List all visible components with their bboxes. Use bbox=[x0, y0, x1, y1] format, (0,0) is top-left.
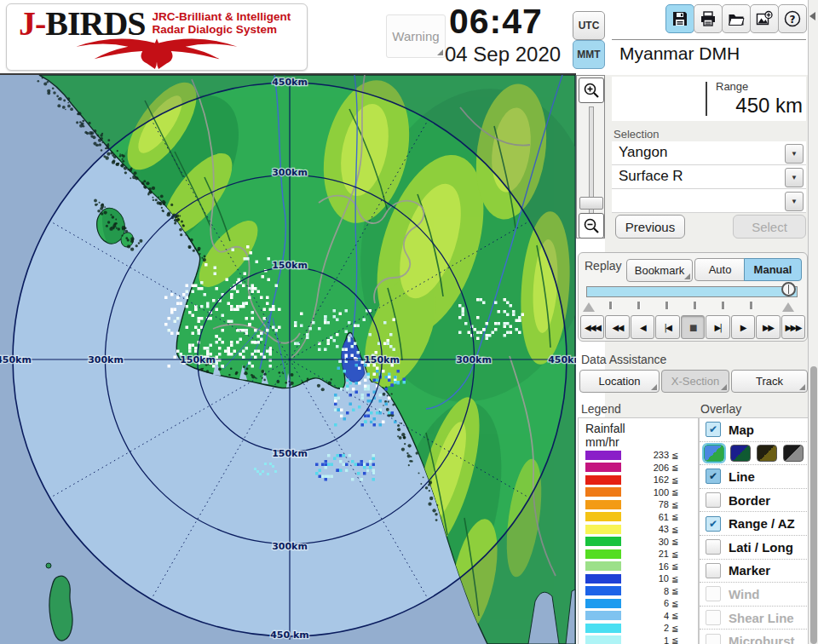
map-style-swatch-2[interactable] bbox=[730, 445, 751, 462]
overlay-item-wind[interactable]: Wind bbox=[700, 583, 809, 607]
replay-slider-handle[interactable] bbox=[781, 282, 796, 296]
radar-map[interactable]: 450km300km150km150km300km450 km450km300k… bbox=[0, 73, 576, 644]
select-button[interactable]: Select bbox=[733, 215, 806, 239]
extra-select[interactable]: ▼ bbox=[612, 189, 806, 213]
overlay-item-marker[interactable]: Marker bbox=[700, 560, 809, 584]
utc-button[interactable]: UTC bbox=[573, 11, 605, 40]
svg-text:450 km: 450 km bbox=[270, 630, 309, 641]
map-style-swatch-1[interactable] bbox=[704, 445, 724, 462]
folder-open-icon bbox=[728, 10, 745, 27]
range-az-checkbox[interactable]: ✔ bbox=[706, 516, 721, 532]
auto-button[interactable]: Auto bbox=[694, 258, 746, 281]
microburst-checkbox bbox=[706, 634, 721, 644]
legend-row: 10≦ bbox=[579, 572, 698, 585]
legend-swatch bbox=[585, 561, 621, 571]
save-button[interactable] bbox=[665, 4, 694, 33]
svg-text:300km: 300km bbox=[456, 354, 492, 365]
extra-select-arrow[interactable]: ▼ bbox=[785, 192, 804, 211]
legend-value: 16 bbox=[637, 561, 669, 572]
xsection-button[interactable]: X-Section bbox=[661, 370, 729, 393]
overlay-item-microburst[interactable]: Microburst bbox=[700, 630, 809, 644]
overlay-item-lati-long[interactable]: Lati / Long bbox=[700, 536, 809, 560]
map-style-swatch-3[interactable] bbox=[757, 445, 777, 462]
open-folder-button[interactable] bbox=[722, 4, 751, 33]
zoom-out-icon bbox=[583, 217, 600, 234]
scrollbar-thumb[interactable] bbox=[810, 366, 817, 644]
skip-to-end-button[interactable]: ▶| bbox=[706, 315, 729, 339]
replay-slider-track[interactable] bbox=[586, 286, 798, 297]
site-select-arrow[interactable]: ▼ bbox=[785, 144, 804, 164]
jbirds-logo: J-BIRDS JRC-Brilliant & Intelligent Rada… bbox=[6, 3, 308, 71]
overlay-label: Lati / Long bbox=[729, 540, 793, 555]
map-checkbox[interactable]: ✔ bbox=[706, 422, 721, 437]
fast-rewind-button[interactable]: ◀◀◀ bbox=[580, 315, 604, 339]
capture-image-button[interactable] bbox=[750, 4, 779, 33]
zoom-out-button[interactable] bbox=[579, 213, 604, 239]
legend-row: 78≦ bbox=[579, 498, 698, 511]
overlay-item-shear-line[interactable]: Shear Line bbox=[700, 607, 809, 630]
range-value: 450 km bbox=[735, 94, 803, 118]
selection-label: Selection bbox=[614, 128, 659, 141]
legend-value: 43 bbox=[637, 524, 669, 534]
warning-button[interactable]: Warning bbox=[386, 14, 446, 58]
legend-row: 206≦ bbox=[579, 462, 698, 474]
zoom-in-button[interactable] bbox=[579, 78, 604, 103]
legend-swatch bbox=[585, 635, 621, 644]
range-label: Range bbox=[716, 80, 748, 93]
step-back-button[interactable]: ◀ bbox=[631, 315, 654, 339]
track-button[interactable]: Track bbox=[731, 370, 808, 393]
manual-button[interactable]: Manual bbox=[744, 258, 802, 281]
play-button[interactable]: ▶ bbox=[731, 315, 755, 339]
legend-value: 30 bbox=[637, 537, 669, 547]
product-select-arrow[interactable]: ▼ bbox=[785, 168, 804, 187]
map-style-swatch-4[interactable] bbox=[783, 445, 804, 462]
location-button[interactable]: Location bbox=[579, 370, 660, 393]
slider-end-marker[interactable] bbox=[782, 302, 794, 312]
legend-suffix: ≦ bbox=[671, 537, 678, 546]
product-select[interactable]: Surface R ▼ bbox=[612, 165, 806, 189]
overlay-item-map[interactable]: ✔ Map bbox=[700, 418, 809, 442]
mmt-button[interactable]: MMT bbox=[573, 40, 605, 69]
lati-long-checkbox[interactable] bbox=[706, 539, 721, 555]
fast-forward-button[interactable]: ▶▶▶ bbox=[781, 315, 805, 339]
bookmark-button[interactable]: Bookmark bbox=[626, 259, 693, 282]
legend-value: 8 bbox=[637, 586, 669, 596]
overlay-label-map: Map bbox=[729, 423, 754, 437]
eagle-logo-icon bbox=[12, 35, 302, 71]
overlay-label: Wind bbox=[729, 587, 760, 601]
overlay-item-range-az[interactable]: ✔Range / AZ bbox=[700, 512, 809, 536]
site-select-value: Yangon bbox=[619, 144, 667, 161]
svg-text:300km: 300km bbox=[272, 167, 308, 178]
overlay-label: Microburst bbox=[729, 634, 795, 644]
overlay-item-border[interactable]: Border bbox=[700, 489, 809, 513]
site-select[interactable]: Yangon ▼ bbox=[612, 141, 806, 165]
legend-swatch bbox=[585, 586, 621, 595]
overlay-item-line[interactable]: ✔Line bbox=[700, 465, 809, 489]
panel-collapse-gutter[interactable] bbox=[808, 0, 818, 644]
collapse-arrow-icon[interactable] bbox=[809, 12, 815, 20]
map-zoom-control bbox=[576, 75, 605, 239]
legend-row: 162≦ bbox=[579, 474, 698, 486]
legend-value: 100 bbox=[637, 487, 669, 497]
legend-swatch bbox=[585, 525, 621, 534]
legend-swatch bbox=[585, 624, 621, 633]
wind-checkbox bbox=[706, 586, 721, 601]
stop-button[interactable]: ■ bbox=[681, 315, 705, 339]
print-button[interactable] bbox=[694, 4, 723, 33]
rewind-button[interactable]: ◀◀ bbox=[605, 315, 629, 339]
legend-value: 21 bbox=[637, 549, 669, 559]
border-checkbox[interactable] bbox=[706, 492, 721, 508]
map-style-swatches bbox=[700, 442, 809, 466]
legend-row: 21≦ bbox=[579, 548, 698, 561]
previous-button[interactable]: Previous bbox=[615, 215, 685, 239]
legend-value: 233 bbox=[637, 450, 669, 460]
help-button[interactable]: ? bbox=[778, 4, 807, 33]
slider-start-marker[interactable] bbox=[583, 302, 595, 312]
legend-swatch bbox=[585, 512, 621, 521]
line-checkbox[interactable]: ✔ bbox=[706, 469, 721, 484]
legend-suffix: ≦ bbox=[671, 525, 678, 534]
marker-checkbox[interactable] bbox=[706, 563, 721, 578]
forward-button[interactable]: ▶▶ bbox=[756, 315, 780, 339]
skip-to-start-button[interactable]: |◀ bbox=[655, 315, 679, 339]
zoom-slider-handle[interactable] bbox=[579, 197, 603, 210]
